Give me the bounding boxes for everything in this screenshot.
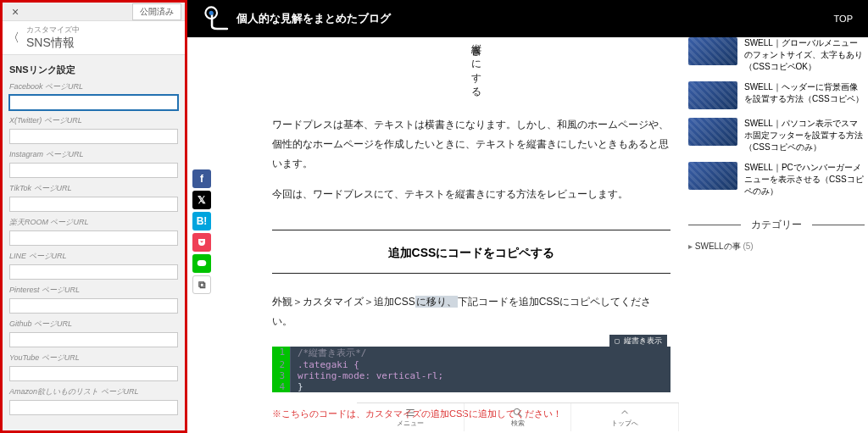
copy-share-icon[interactable]: ⧉ xyxy=(192,275,211,294)
post-title: SWELL｜PCでハンバーガーメニューを表示させる（CSSコピペのみ） xyxy=(744,162,865,197)
bottom-nav-menu[interactable]: メニュー xyxy=(357,403,465,431)
url-input[interactable] xyxy=(9,332,178,347)
publish-status-button[interactable]: 公開済み xyxy=(132,3,181,20)
related-post-card[interactable]: SWELL｜ヘッダーに背景画像を設置する方法（CSSコピペ） xyxy=(688,81,865,109)
post-thumbnail xyxy=(688,162,737,190)
hatena-share-icon[interactable]: B! xyxy=(192,212,211,230)
vertical-text-sample: 縦書きにする xyxy=(469,36,483,93)
customizer-header: 〈 カスタマイズ中 SNS情報 xyxy=(3,21,185,55)
post-thumbnail xyxy=(688,37,737,65)
code-block: ▢ 縦書き表示 1/*縦書き表示*/2.tategaki {3writing-m… xyxy=(272,347,670,392)
field-label: Pinterest ページURL xyxy=(9,285,178,296)
url-input[interactable] xyxy=(9,400,178,415)
post-title: SWELL｜ヘッダーに背景画像を設置する方法（CSSコピペ） xyxy=(744,81,865,109)
close-icon[interactable]: × xyxy=(3,5,28,19)
customizer-panel: × 公開済み 〈 カスタマイズ中 SNS情報 SNSリンク設定 Facebook… xyxy=(0,0,187,433)
field-label: Instagram ページURL xyxy=(9,149,178,160)
pocket-share-icon[interactable] xyxy=(192,233,211,252)
field-label: Github ページURL xyxy=(9,319,178,330)
category-link[interactable]: SWELLの事 (5) xyxy=(688,241,865,253)
section-rule xyxy=(272,230,670,230)
paragraph: 今回は、ワードプレスにて、テキストを縦書きにする方法をレビューします。 xyxy=(272,185,670,204)
bottom-nav-top[interactable]: トップへ xyxy=(571,403,679,431)
svg-rect-2 xyxy=(198,260,207,266)
breadcrumb: カスタマイズ中 xyxy=(26,25,80,36)
share-rail: f 𝕏 B! ⧉ xyxy=(192,169,211,294)
site-header: 個人的な見解をまとめたブログ TOP xyxy=(187,0,868,37)
url-input[interactable] xyxy=(9,366,178,381)
sidebar-heading: カテゴリー xyxy=(688,218,865,232)
nav-top-link[interactable]: TOP xyxy=(834,14,853,24)
post-thumbnail xyxy=(688,118,737,146)
preview-frame: f 𝕏 B! ⧉ 縦書きにする ワードプレスは基本、テキストは横書きになります。… xyxy=(187,37,868,433)
bottom-nav-search[interactable]: 検索 xyxy=(465,403,572,431)
post-title: SWELL｜パソコン表示でスマホ固定フッターを設置する方法（CSSコピペのみ） xyxy=(744,118,865,153)
field-label: Amazon欲しいものリスト ページURL xyxy=(9,386,178,397)
related-post-card[interactable]: SWELL｜パソコン表示でスマホ固定フッターを設置する方法（CSSコピペのみ） xyxy=(688,118,865,153)
related-post-card[interactable]: SWELL｜グローバルメニューのフォントサイズ、太字もあり（CSSコピペOK） xyxy=(688,37,865,73)
related-post-card[interactable]: SWELL｜PCでハンバーガーメニューを表示させる（CSSコピペのみ） xyxy=(688,162,865,197)
customizer-topbar: × 公開済み xyxy=(3,3,185,21)
site-logo-icon[interactable] xyxy=(203,3,233,34)
instruction-line: 外観＞カスタマイズ＞追加CSSに移り、下記コードを追加CSSにコピペしてください… xyxy=(272,292,670,331)
field-label: YouTube ページURL xyxy=(9,353,178,364)
url-input[interactable] xyxy=(9,95,178,110)
field-label: 楽天ROOM ページURL xyxy=(9,217,178,228)
article-body: 縦書きにする ワードプレスは基本、テキストは横書きになります。しかし、和風のホー… xyxy=(272,37,670,420)
url-input[interactable] xyxy=(9,197,178,212)
site-title[interactable]: 個人的な見解をまとめたブログ xyxy=(236,11,391,26)
field-label: TikTok ページURL xyxy=(9,183,178,194)
url-input[interactable] xyxy=(9,298,178,314)
field-label: LINE ページURL xyxy=(9,251,178,262)
line-share-icon[interactable] xyxy=(192,254,211,273)
code-block-label: ▢ 縦書き表示 xyxy=(609,335,667,347)
url-input[interactable] xyxy=(9,264,178,280)
facebook-share-icon[interactable]: f xyxy=(192,169,211,188)
post-thumbnail xyxy=(688,81,737,109)
url-input[interactable] xyxy=(9,230,178,246)
back-chevron-icon[interactable]: 〈 xyxy=(8,31,19,46)
panel-title: SNS情報 xyxy=(26,36,80,51)
url-input[interactable] xyxy=(9,129,178,144)
paragraph: ワードプレスは基本、テキストは横書きになります。しかし、和風のホームページや、個… xyxy=(272,115,670,173)
url-input[interactable] xyxy=(9,163,178,178)
sidebar: SWELL｜グローバルメニューのフォントサイズ、太字もあり（CSSコピペOK）S… xyxy=(688,37,865,253)
section-heading: 追加CSSにコードをコピペする xyxy=(272,246,670,261)
post-title: SWELL｜グローバルメニューのフォントサイズ、太字もあり（CSSコピペOK） xyxy=(744,37,865,73)
svg-point-1 xyxy=(209,11,214,15)
svg-point-3 xyxy=(514,408,520,414)
field-label: Facebook ページURL xyxy=(9,81,178,92)
field-label: X(Twitter) ページURL xyxy=(9,115,178,126)
x-twitter-share-icon[interactable]: 𝕏 xyxy=(192,191,211,209)
section-heading: SNSリンク設定 xyxy=(3,55,185,81)
section-rule xyxy=(272,273,670,274)
mobile-bottom-nav: メニュー 検索 トップへ xyxy=(357,402,679,431)
